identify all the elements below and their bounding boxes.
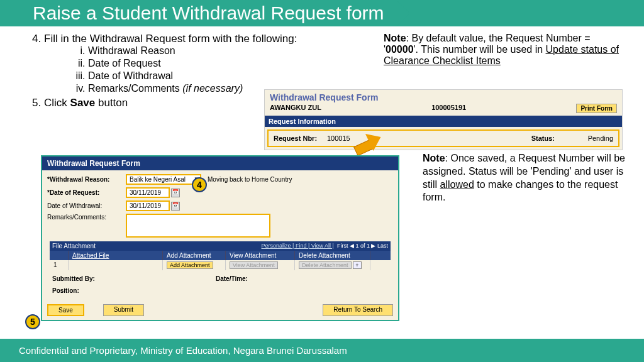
date-request-label: *Date of Request:	[47, 189, 126, 196]
col-view: View Attachment	[226, 251, 295, 260]
position-label: Position:	[52, 287, 216, 294]
reason-select[interactable]: Balik ke Negeri Asal	[126, 174, 201, 185]
submit-button[interactable]: Submit	[103, 304, 144, 316]
remarks-textarea[interactable]	[126, 214, 270, 238]
callout-5: 5	[25, 314, 40, 329]
step4-item-1: Withdrawal Reason	[88, 45, 365, 57]
file-attachment-grid: File Attachment Personalize | Find | Vie…	[50, 241, 391, 270]
footer-text: Confidential and Proprietary, Ministry o…	[0, 339, 644, 362]
step4-item-2: Date of Request	[88, 58, 365, 69]
inset1-title: Withdrawal Request Form	[265, 90, 622, 104]
col-del: Delete Attachment	[295, 251, 370, 260]
withdrawal-form-panel: Withdrawal Request Form *Withdrawal Reas…	[41, 155, 399, 321]
fa-links[interactable]: Personalize | Find | View All |	[262, 243, 334, 249]
student-id: 100005191	[431, 104, 466, 113]
status-value: Pending	[588, 134, 613, 142]
submitted-by-label: Submitted By:	[52, 275, 216, 282]
title-bar: Raise a Student Withdrawal Request form	[0, 0, 644, 26]
note-after-save: Note: Once saved, a Request Number will …	[423, 152, 630, 204]
row-num: 1	[50, 260, 69, 270]
reason-label: *Withdrawal Reason:	[47, 176, 126, 183]
fa-pagination[interactable]: First ◀ 1 of 1 ▶ Last	[337, 243, 388, 249]
student-name: AWANGKU ZUL	[270, 104, 321, 113]
page-title: Raise a Student Withdrawal Request form	[20, 0, 397, 26]
view-attachment-button: View Attachment	[230, 261, 278, 269]
calendar-icon[interactable]: 📅	[171, 189, 180, 197]
add-attachment-button[interactable]: Add Attachment	[167, 261, 213, 269]
request-info-panel: Withdrawal Request Form AWANGKU ZUL 1000…	[264, 89, 623, 150]
request-nbr-label: Request Nbr:	[274, 134, 327, 142]
request-row: Request Nbr: 100015 Status: Pending	[267, 129, 619, 147]
callout-4: 4	[192, 177, 207, 192]
datetime-label: Date/Time:	[216, 275, 248, 282]
remarks-label: Remarks/Comments:	[47, 214, 126, 221]
date-withdrawal-label: Date of Withdrawal:	[47, 202, 126, 209]
wrf-header: Withdrawal Request Form	[42, 156, 398, 170]
fa-title: File Attachment	[52, 243, 96, 250]
date-request-input[interactable]: 30/11/2019	[126, 187, 170, 198]
reason-desc: Moving back to Home Country	[208, 176, 292, 183]
add-row-icon[interactable]: +	[353, 261, 361, 269]
save-button[interactable]: Save	[47, 304, 84, 316]
step4-text: Fill in the Withdrawal Request form with…	[44, 33, 297, 45]
col-add: Add Attachment	[163, 251, 226, 260]
delete-attachment-button: Delete Attachment	[299, 261, 352, 269]
date-withdrawal-input[interactable]: 30/11/2019	[126, 200, 170, 211]
col-file[interactable]: Attached File	[69, 251, 163, 260]
step4-item-3: Date of Withdrawal	[88, 70, 365, 82]
arrow-icon	[355, 138, 384, 157]
print-form-button[interactable]: Print Form	[576, 104, 617, 113]
request-info-header: Request Information	[265, 116, 622, 127]
return-to-search-button[interactable]: Return To Search	[323, 304, 393, 316]
status-label: Status:	[531, 134, 563, 142]
note-default-request: Note: By default value, the Request Numb…	[384, 33, 623, 67]
calendar-icon[interactable]: 📅	[171, 202, 180, 211]
